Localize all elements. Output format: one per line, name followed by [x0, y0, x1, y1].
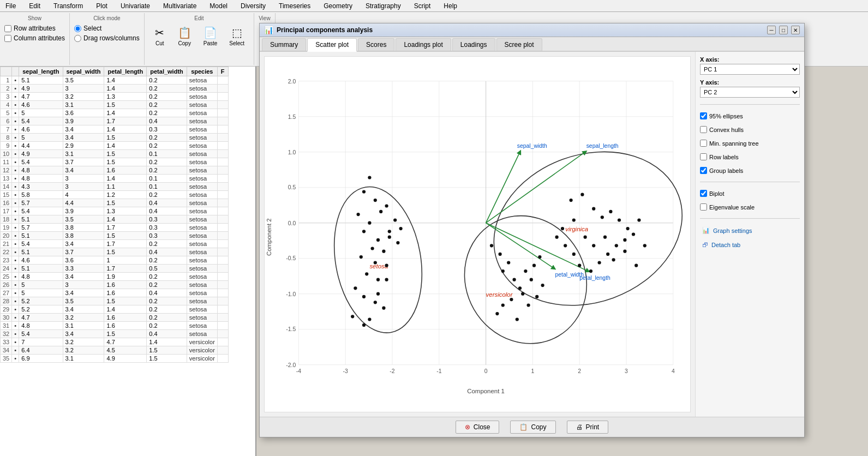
close-button[interactable]: ⊗ Close	[456, 421, 500, 434]
cell-value: 4.9	[19, 150, 63, 158]
cell-value: 3	[63, 281, 104, 289]
menu-help[interactable]: Help	[440, 1, 460, 11]
cell-value: 0.2	[147, 166, 187, 175]
menu-plot[interactable]: Plot	[93, 1, 111, 11]
cell-value: 1.5	[104, 248, 147, 256]
row-number: 6	[1, 117, 12, 125]
menu-multivariate[interactable]: Multivariate	[160, 1, 200, 11]
menu-model[interactable]: Model	[206, 1, 231, 11]
svg-point-104	[609, 210, 612, 213]
copy-button[interactable]: 📋 Copy	[173, 23, 196, 49]
svg-point-67	[362, 295, 366, 298]
cell-value: 4.8	[19, 166, 63, 175]
x-axis-select[interactable]: PC 1 PC 2 PC 3	[700, 64, 800, 75]
min-spanning-checkbox[interactable]	[700, 140, 707, 147]
cell-value: 0.5	[147, 265, 187, 273]
menu-diversity[interactable]: Diversity	[237, 1, 269, 11]
tab-loadings-plot[interactable]: Loadings plot	[396, 38, 451, 51]
svg-point-73	[376, 292, 380, 296]
select-button[interactable]: ⬚ Select	[224, 23, 249, 49]
tab-scatter-plot[interactable]: Scatter plot	[307, 38, 357, 52]
svg-line-43	[486, 223, 554, 268]
menu-file[interactable]: File	[2, 1, 19, 11]
column-attributes-label: Column attributes	[14, 34, 65, 42]
menu-edit[interactable]: Edit	[26, 1, 44, 11]
cell-value: 1.5	[104, 158, 147, 166]
window-title: Principal components analysis	[277, 26, 764, 34]
biplot-checkbox[interactable]	[700, 190, 707, 197]
svg-point-103	[601, 215, 604, 219]
row-attributes-checkbox[interactable]	[4, 25, 11, 32]
tab-scree-plot[interactable]: Scree plot	[496, 38, 542, 51]
cell-value: 3	[63, 85, 104, 93]
cell-f	[217, 158, 228, 166]
detach-tab-button[interactable]: 🗗 Detach tab	[700, 240, 800, 250]
tab-loadings[interactable]: Loadings	[452, 38, 495, 51]
menu-timeseries[interactable]: Timeseries	[276, 1, 314, 11]
row-dot: •	[12, 142, 19, 150]
paste-button[interactable]: 📄 Paste	[199, 23, 223, 49]
eigenvalue-label: Eigenvalue scale	[709, 204, 755, 211]
y-axis-select[interactable]: PC 1 PC 2 PC 3	[700, 87, 800, 98]
cell-value: setosa	[187, 76, 217, 85]
copy-label: Copy	[178, 40, 191, 46]
cell-value: 4.9	[19, 85, 63, 93]
menu-geometry[interactable]: Geometry	[320, 1, 356, 11]
menu-stratigraphy[interactable]: Stratigraphy	[362, 1, 404, 11]
svg-point-101	[580, 193, 584, 196]
column-attributes-checkbox[interactable]	[4, 35, 11, 42]
col-header-petal-length[interactable]: petal_length	[104, 67, 147, 76]
cell-value: 1.4	[104, 109, 147, 117]
print-button[interactable]: 🖨 Print	[567, 421, 609, 434]
row-number: 17	[1, 207, 12, 215]
table-row: 17•5.43.91.30.4setosa	[1, 207, 229, 215]
table-row: 3•4.73.21.30.2setosa	[1, 93, 229, 101]
table-row: 6•5.43.91.70.4setosa	[1, 117, 229, 125]
cell-value: 0.2	[147, 93, 187, 101]
graph-settings-label: Graph settings	[713, 227, 752, 234]
cell-value: 4.7	[104, 338, 147, 346]
copy-bottom-button[interactable]: 📋 Copy	[510, 421, 555, 434]
ellipses-checkbox[interactable]	[700, 112, 707, 119]
menu-univariate[interactable]: Univariate	[117, 1, 153, 11]
col-header-f[interactable]: F	[217, 67, 228, 76]
svg-point-114	[564, 244, 567, 247]
cell-f	[217, 355, 228, 363]
col-header-sepal-length[interactable]: sepal_length	[19, 67, 63, 76]
cell-f	[217, 346, 228, 355]
col-header-species[interactable]: species	[187, 67, 217, 76]
menu-transform[interactable]: Transform	[50, 1, 86, 11]
svg-text:-1.0: -1.0	[286, 291, 296, 297]
table-row: 32•5.43.41.50.4setosa	[1, 330, 229, 338]
cell-value: 3.1	[63, 101, 104, 109]
eigenvalue-checkbox[interactable]	[700, 203, 707, 211]
tab-summary[interactable]: Summary	[262, 38, 306, 51]
drag-radio[interactable]	[74, 35, 81, 42]
svg-point-57	[362, 230, 366, 233]
svg-text:Component 2: Component 2	[266, 218, 272, 256]
svg-point-60	[382, 250, 385, 253]
group-labels-checkbox[interactable]	[700, 167, 707, 174]
cell-value: 0.4	[147, 330, 187, 338]
cell-value: setosa	[187, 314, 217, 322]
row-labels-checkbox[interactable]	[700, 153, 707, 160]
col-header-sepal-width[interactable]: sepal_width	[63, 67, 104, 76]
tab-scores[interactable]: Scores	[358, 38, 394, 51]
table-row: 14•4.331.10.1setosa	[1, 183, 229, 191]
cut-button[interactable]: ✂ Cut	[149, 23, 171, 49]
cell-value: setosa	[187, 305, 217, 314]
col-header-petal-width[interactable]: petal_width	[147, 67, 187, 76]
cell-value: 1.4	[147, 338, 187, 346]
graph-settings-button[interactable]: 📊 Graph settings	[700, 225, 800, 236]
convex-hulls-checkbox[interactable]	[700, 126, 707, 133]
menu-script[interactable]: Script	[411, 1, 434, 11]
data-table-container[interactable]: sepal_length sepal_width petal_length pe…	[0, 67, 256, 456]
select-radio[interactable]	[74, 25, 81, 32]
row-number: 9	[1, 142, 12, 150]
maximize-button[interactable]: □	[779, 26, 788, 34]
close-window-button[interactable]: ✕	[791, 26, 800, 34]
svg-point-105	[618, 218, 621, 221]
minimize-button[interactable]: ─	[767, 26, 776, 34]
menu-bar: File Edit Transform Plot Univariate Mult…	[0, 0, 868, 12]
table-row: 28•5.23.51.50.2setosa	[1, 297, 229, 305]
